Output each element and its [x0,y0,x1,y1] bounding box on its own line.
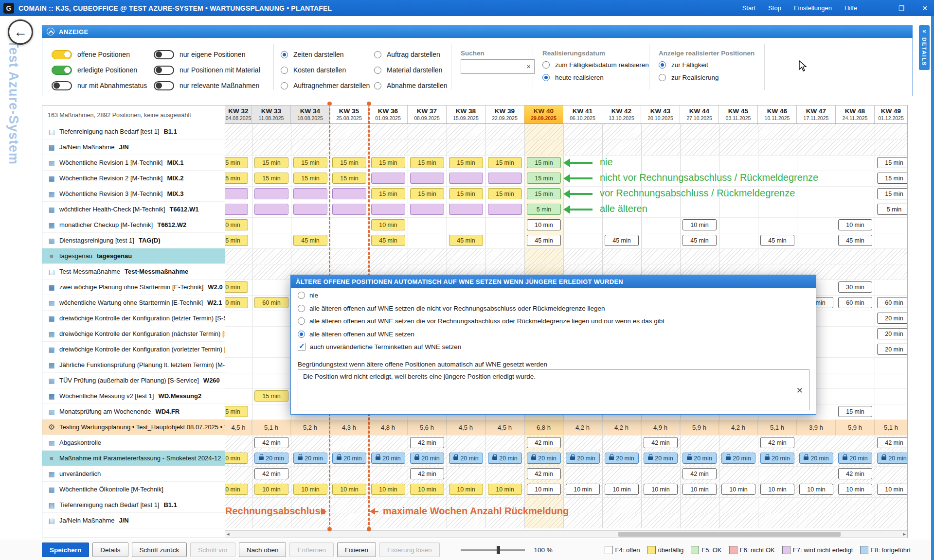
position-chip[interactable]: 10 min [838,484,872,495]
position-chip[interactable]: 42 min [877,437,908,448]
radio-auftrag-darstellen[interactable] [374,51,381,58]
sidebar-item-wöchentliche-wartung-ohne-starttermin-e-[interactable]: ▦wöchentliche Wartung ohne Starttermin [… [42,295,225,311]
sidebar-item-ja-nein-maßnahme[interactable]: ▤Ja/Nein MaßnahmeJ/N [42,140,225,155]
position-chip[interactable]: 10 min [566,484,600,495]
sidebar-item-tiefenreinigung-nach-bedarf-test-1[interactable]: ▤Tiefenreinigung nach Bedarf [test 1]B1.… [42,124,225,140]
position-chip[interactable]: 10 min [721,484,755,495]
position-chip[interactable]: 45 min [371,235,405,246]
sidebar-item-dienstagsreinigung-test-1[interactable]: ▦Dienstagsreinigung [test 1]TAG(D) [42,233,225,248]
scroll-right-icon[interactable]: ▸ [903,531,906,537]
position-chip[interactable]: 20 min [838,453,872,464]
position-chip[interactable]: 60 min [838,297,872,308]
position-chip[interactable] [254,204,288,215]
schritt-zurück-button[interactable]: Schritt zurück [132,542,187,557]
radio-zeiten-darstellen[interactable] [281,51,288,58]
details-button[interactable]: Details [92,542,128,557]
collapse-icon[interactable] [47,28,54,35]
wne-option-row[interactable]: alle älteren offenen auf WNE setzen die … [298,317,665,325]
sidebar-item-ja-nein-maßnahme[interactable]: ▤Ja/Nein MaßnahmeJ/N [42,513,225,528]
position-chip[interactable]: 20 min [410,453,444,464]
position-chip[interactable]: 15 min [838,406,872,417]
clear-search-icon[interactable]: × [526,62,531,70]
position-chip[interactable]: 15 min [410,157,444,168]
position-chip[interactable]: 15 min [410,188,444,199]
position-chip[interactable] [293,204,327,215]
position-chip[interactable]: 10 min [644,484,678,495]
position-chip[interactable]: 10 min [225,219,248,230]
position-chip[interactable]: 15 min [527,157,561,168]
position-chip[interactable]: 15 min [371,188,405,199]
week-header-cell-kw-39[interactable]: KW 3922.09.2025 [485,105,524,124]
position-chip[interactable]: 60 min [225,297,248,308]
sidebar-item-dreiwöchige-kontrolle-der-konfiguration-[interactable]: ▦dreiwöchige Kontrolle der Konfiguration… [42,326,225,342]
position-chip[interactable]: 10 min [760,484,794,495]
position-chip[interactable]: 20 min [760,453,794,464]
titlebar-menu-hilfe[interactable]: Hilfe [844,4,857,12]
toggle-offene-positionen[interactable] [52,50,72,59]
position-chip[interactable]: 15 min [254,157,288,168]
wne-option-radio-0[interactable] [298,292,305,299]
radio-material-darstellen[interactable] [374,67,381,74]
position-chip[interactable]: 10 min [683,484,717,495]
position-chip[interactable]: 45 min [605,235,639,246]
week-header-cell-kw-46[interactable]: KW 4610.11.2025 [758,105,797,124]
sidebar-item-dreiwöchige-kontrolle-der-konfiguration-[interactable]: ▦dreiwöchige Kontrolle der Konfiguration… [42,342,225,357]
line-handle[interactable] [327,102,332,106]
position-chip[interactable]: 15 min [527,188,561,199]
position-chip[interactable]: 20 min [877,344,908,355]
position-chip[interactable]: 15 min [877,157,908,168]
position-chip[interactable]: 20 min [254,453,288,464]
position-chip[interactable]: 10 min [527,484,561,495]
horizontal-scrollbar[interactable]: ◂ ▸ [225,530,908,538]
fixieren-button[interactable]: Fixieren [337,542,376,557]
week-header-cell-kw-47[interactable]: KW 4717.11.2025 [797,105,836,124]
position-chip[interactable] [449,204,483,215]
zoom-slider-thumb[interactable] [497,546,500,554]
position-chip[interactable]: 42 min [527,468,561,479]
position-chip[interactable]: 42 min [410,437,444,448]
week-header-cell-kw-42[interactable]: KW 4213.10.2025 [602,105,641,124]
sidebar-item-wöchentliche-revision-1-m-technik[interactable]: ▦Wöchentliche Revision 1 [M-Technik]MIX.… [42,155,225,171]
position-chip[interactable]: 10 min [449,484,483,495]
wne-option-radio-1[interactable] [298,305,305,312]
sidebar-item-wöchentliche-messung-v2-test-1[interactable]: ▦Wöchentliche Messung v2 [test 1]WD.Mess… [42,388,225,404]
toggle-nur-positionen-mit-material[interactable] [154,66,174,75]
position-chip[interactable]: 20 min [449,453,483,464]
line-handle[interactable] [367,527,371,531]
position-chip[interactable]: 60 min [254,297,288,308]
week-header-cell-kw-43[interactable]: KW 4320.10.2025 [641,105,680,124]
position-chip[interactable]: 10 min [225,484,248,495]
position-chip[interactable] [225,204,248,215]
position-chip[interactable]: 15 min [877,188,908,199]
position-chip[interactable]: 45 min [683,235,717,246]
position-chip[interactable] [488,204,522,215]
position-chip[interactable] [332,204,366,215]
minimize-icon[interactable]: — [874,4,882,12]
position-chip[interactable]: 20 min [877,313,908,324]
position-chip[interactable]: 15 min [877,173,908,184]
position-chip[interactable]: 15 min [293,157,327,168]
nach-oben-button[interactable]: Nach oben [239,542,286,557]
position-chip[interactable]: 45 min [527,235,561,246]
radio-abnahme-darstellen[interactable] [374,82,381,89]
line-handle[interactable] [367,102,371,106]
position-chip[interactable]: 15 min [488,188,522,199]
position-chip[interactable]: 42 min [254,468,288,479]
position-chip[interactable]: 20 min [877,453,908,464]
zoom-slider[interactable] [461,546,525,554]
position-chip[interactable]: 5 min [527,204,561,215]
week-header-cell-kw-34[interactable]: KW 3418.08.2025 [291,105,330,124]
sidebar-item-wöchentliche-ölkontrolle-m-technik[interactable]: ▦Wöchentliche Ölkontrolle [M-Technik] [42,482,225,497]
radio-heute-realisieren[interactable] [542,74,550,81]
wne-option-row[interactable]: nie [298,292,318,299]
position-chip[interactable] [488,173,522,184]
position-chip[interactable]: 30 min [225,281,248,293]
position-chip[interactable]: 5 min [877,204,908,215]
sidebar-item-test-messmaßnahme[interactable]: ▤Test-MessmaßnahmeTest-Messmaßnahme [42,264,225,280]
terminketten-checkbox[interactable] [298,343,305,350]
position-chip[interactable]: 42 min [760,437,794,448]
position-chip[interactable]: 10 min [838,219,872,230]
week-header-cell-kw-35[interactable]: KW 3525.08.2025 [330,105,369,124]
position-chip[interactable]: 10 min [605,484,639,495]
position-chip[interactable]: 15 min [332,157,366,168]
